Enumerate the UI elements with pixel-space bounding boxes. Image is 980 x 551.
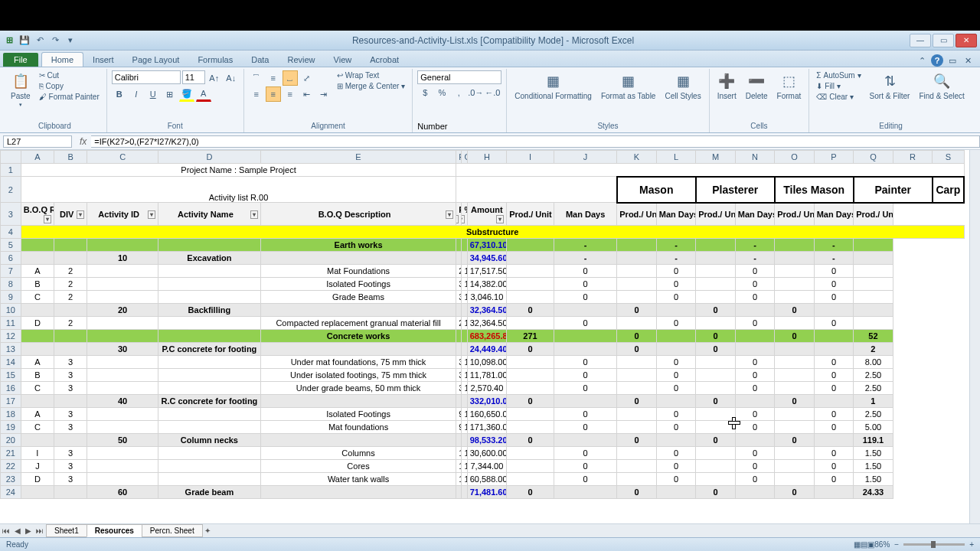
- conditional-formatting-button[interactable]: ▦Conditional Formatting: [511, 70, 595, 102]
- sheet-tab-resources[interactable]: Resources: [87, 524, 142, 537]
- zoom-in-icon[interactable]: +: [969, 540, 974, 549]
- format-cells-button[interactable]: ⬚Format: [774, 70, 805, 102]
- underline-button[interactable]: U: [145, 86, 161, 102]
- font-size-select[interactable]: [182, 70, 205, 84]
- decrease-decimal-icon[interactable]: ←.0: [485, 85, 500, 100]
- filter-arrow-icon[interactable]: ▾: [496, 215, 504, 223]
- increase-indent-icon[interactable]: ⇥: [316, 86, 332, 102]
- sheet-tab-sheet1[interactable]: Sheet1: [46, 524, 87, 537]
- cell-styles-button[interactable]: ▦Cell Styles: [662, 70, 704, 102]
- col-header-Q[interactable]: Q: [854, 151, 893, 164]
- wrap-text-button[interactable]: ↩ Wrap Text: [335, 70, 408, 80]
- increase-font-icon[interactable]: A↑: [207, 70, 222, 86]
- filter-arrow-icon[interactable]: ▾: [462, 215, 465, 223]
- zoom-out-icon[interactable]: −: [894, 540, 899, 549]
- col-header-D[interactable]: D: [158, 151, 260, 164]
- filter-arrow-icon[interactable]: ▾: [456, 215, 459, 223]
- clear-button[interactable]: ⌫ Clear ▾: [814, 92, 863, 102]
- font-color-button[interactable]: A: [196, 86, 211, 102]
- italic-button[interactable]: I: [129, 86, 144, 102]
- redo-icon[interactable]: ↷: [49, 34, 61, 47]
- format-as-table-button[interactable]: ▦Format as Table: [598, 70, 659, 102]
- spreadsheet-grid[interactable]: ABCDEFGHIJKLMNOPQRS1Project Name : Sampl…: [0, 150, 969, 523]
- col-header-C[interactable]: C: [87, 151, 158, 164]
- col-header-N[interactable]: N: [735, 151, 774, 164]
- zoom-level[interactable]: 86%: [874, 540, 890, 549]
- tab-view[interactable]: View: [325, 53, 361, 67]
- tab-review[interactable]: Review: [278, 53, 324, 67]
- accounting-icon[interactable]: $: [417, 85, 433, 100]
- tab-page-layout[interactable]: Page Layout: [123, 53, 189, 67]
- paste-button[interactable]: 📋Paste▾: [8, 70, 34, 109]
- minimize-ribbon-icon[interactable]: ⌃: [916, 54, 928, 67]
- maximize-button[interactable]: ▭: [933, 34, 954, 47]
- comma-icon[interactable]: ,: [451, 85, 466, 100]
- col-header-B[interactable]: B: [54, 151, 87, 164]
- new-sheet-icon[interactable]: ✦: [202, 527, 213, 535]
- increase-decimal-icon[interactable]: .0→: [468, 85, 483, 100]
- col-header-J[interactable]: J: [554, 151, 616, 164]
- vertical-scrollbar[interactable]: [969, 150, 980, 523]
- view-break-icon[interactable]: ▣: [867, 540, 874, 549]
- col-header-P[interactable]: P: [814, 151, 853, 164]
- align-middle-icon[interactable]: ≡: [266, 70, 281, 86]
- view-normal-icon[interactable]: ▦: [854, 540, 861, 549]
- undo-icon[interactable]: ↶: [34, 34, 46, 47]
- formula-input[interactable]: =IF(K27>0,(F27*I27/K27),0): [91, 135, 980, 148]
- tab-insert[interactable]: Insert: [83, 53, 123, 67]
- col-header-E[interactable]: E: [260, 151, 456, 164]
- align-right-icon[interactable]: ≡: [283, 86, 298, 102]
- col-header-I[interactable]: I: [507, 151, 554, 164]
- cut-button[interactable]: ✂ Cut: [37, 70, 102, 80]
- align-top-icon[interactable]: ⎴: [249, 70, 264, 86]
- find-select-button[interactable]: 🔍Find & Select: [916, 70, 967, 102]
- fill-button[interactable]: ⬇ Fill ▾: [814, 81, 863, 91]
- col-header-F[interactable]: F: [456, 151, 462, 164]
- format-painter-button[interactable]: 🖌 Format Painter: [37, 92, 102, 102]
- tab-home[interactable]: Home: [41, 52, 83, 67]
- view-layout-icon[interactable]: ▤: [861, 540, 867, 549]
- col-header-O[interactable]: O: [775, 151, 814, 164]
- col-header-K[interactable]: K: [617, 151, 656, 164]
- sheet-tab-percn[interactable]: Percn. Sheet: [142, 524, 203, 537]
- tab-formulas[interactable]: Formulas: [188, 53, 242, 67]
- decrease-indent-icon[interactable]: ⇤: [299, 86, 315, 102]
- help-icon[interactable]: ?: [931, 54, 943, 67]
- tab-file[interactable]: File: [3, 53, 38, 67]
- close-workbook-icon[interactable]: ✕: [962, 54, 974, 67]
- align-bottom-icon[interactable]: ⎵: [283, 70, 298, 86]
- orientation-icon[interactable]: ⤢: [299, 70, 315, 86]
- insert-cells-button[interactable]: ➕Insert: [714, 70, 740, 102]
- sheet-nav-next-icon[interactable]: ▶: [23, 527, 34, 535]
- number-format-select[interactable]: [417, 70, 501, 84]
- decrease-font-icon[interactable]: A↓: [224, 70, 239, 86]
- fill-color-button[interactable]: 🪣: [179, 86, 194, 102]
- percent-icon[interactable]: %: [434, 85, 449, 100]
- row-header[interactable]: 1: [1, 164, 21, 177]
- close-button[interactable]: ✕: [956, 34, 977, 47]
- select-all-corner[interactable]: [1, 151, 21, 164]
- sheet-nav-last-icon[interactable]: ⏭: [34, 527, 46, 535]
- restore-workbook-icon[interactable]: ▭: [946, 54, 959, 67]
- border-button[interactable]: ⊞: [162, 86, 178, 102]
- zoom-slider[interactable]: [903, 543, 965, 546]
- fx-icon[interactable]: fx: [75, 136, 91, 147]
- col-header-A[interactable]: A: [21, 151, 54, 164]
- bold-button[interactable]: B: [112, 86, 127, 102]
- delete-cells-button[interactable]: ➖Delete: [743, 70, 771, 102]
- name-box[interactable]: [3, 135, 72, 148]
- tab-acrobat[interactable]: Acrobat: [361, 53, 408, 67]
- tab-data[interactable]: Data: [242, 53, 278, 67]
- font-name-select[interactable]: [112, 70, 181, 84]
- align-left-icon[interactable]: ≡: [249, 86, 264, 102]
- align-center-icon[interactable]: ≡: [266, 86, 281, 102]
- sheet-nav-first-icon[interactable]: ⏮: [0, 527, 12, 535]
- col-header-R[interactable]: R: [893, 151, 932, 164]
- cell[interactable]: Project Name : Sample Project: [21, 164, 456, 177]
- qat-more-icon[interactable]: ▾: [64, 34, 77, 47]
- save-icon[interactable]: 💾: [18, 34, 31, 47]
- filter-arrow-icon[interactable]: ▾: [148, 210, 155, 219]
- col-header-S[interactable]: S: [933, 151, 964, 164]
- col-header-M[interactable]: M: [696, 151, 735, 164]
- filter-arrow-icon[interactable]: ▾: [44, 215, 51, 223]
